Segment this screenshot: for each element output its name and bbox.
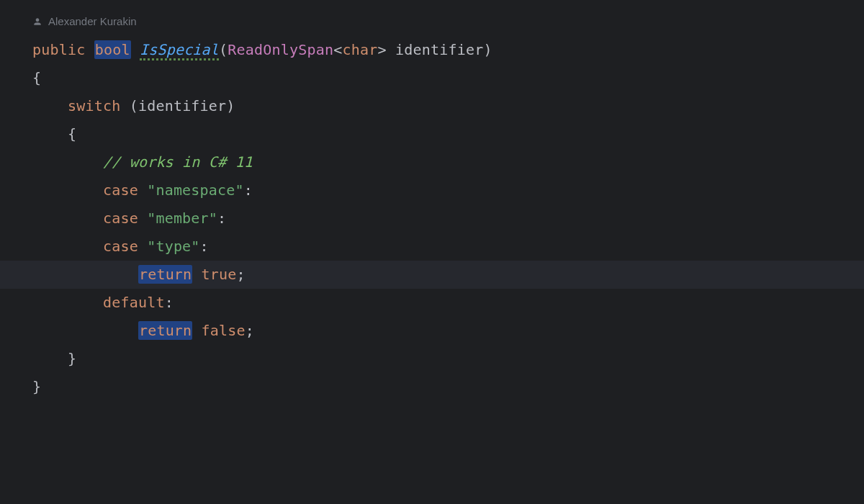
keyword-case: case — [103, 210, 138, 227]
type-name: ReadOnlySpan — [228, 41, 333, 58]
param-identifier: identifier — [395, 41, 483, 58]
keyword-case: case — [103, 238, 138, 255]
colon: : — [217, 210, 226, 227]
string-literal: "type" — [147, 238, 199, 255]
method-name: IsSpecial — [140, 41, 219, 60]
code-line: case "namespace": — [32, 176, 864, 204]
code-line: case "member": — [32, 204, 864, 233]
semicolon: ; — [246, 322, 254, 339]
keyword-bool: bool — [94, 40, 131, 59]
brace-close: } — [32, 378, 41, 395]
keyword-switch: switch — [68, 97, 120, 114]
code-line: return false; — [32, 317, 864, 345]
brace-open: { — [68, 125, 76, 143]
code-line: } — [32, 345, 864, 373]
keyword-return: return — [138, 321, 192, 340]
code-line: case "type": — [32, 233, 864, 261]
bool-literal: true — [202, 266, 237, 283]
bool-literal: false — [202, 322, 246, 339]
keyword-default: default — [103, 294, 165, 311]
colon: : — [165, 294, 174, 311]
brace-close: } — [68, 350, 76, 367]
code-line: { — [32, 120, 864, 148]
paren-open: ( — [219, 41, 228, 58]
paren-close: ) — [226, 97, 235, 114]
keyword-public: public — [32, 41, 85, 58]
paren-close: ) — [483, 41, 492, 58]
string-literal: "namespace" — [147, 181, 244, 199]
code-line: switch (identifier) — [32, 92, 864, 120]
code-line: // works in C# 11 — [32, 148, 864, 176]
angle-close: > — [377, 41, 386, 58]
keyword-char: char — [343, 41, 378, 58]
string-literal: "member" — [147, 210, 217, 227]
brace-open: { — [32, 69, 41, 86]
colon: : — [244, 181, 253, 199]
code-line: public bool IsSpecial(ReadOnlySpan<char>… — [32, 36, 864, 64]
code-lens-author[interactable]: Alexander Kurakin — [32, 14, 864, 29]
angle-open: < — [333, 41, 342, 58]
semicolon: ; — [237, 266, 246, 283]
comment: // works in C# 11 — [103, 153, 253, 171]
author-name: Alexander Kurakin — [48, 14, 137, 29]
colon: : — [200, 238, 209, 255]
keyword-case: case — [103, 181, 138, 199]
code-editor[interactable]: public bool IsSpecial(ReadOnlySpan<char>… — [32, 36, 864, 401]
code-line: { — [32, 64, 864, 92]
code-line: } — [32, 373, 864, 401]
code-line-highlighted: return true; — [0, 261, 864, 289]
keyword-return: return — [138, 265, 192, 284]
person-icon — [32, 17, 42, 27]
paren-open: ( — [130, 97, 138, 114]
switch-arg: identifier — [138, 97, 226, 114]
code-line: default: — [32, 289, 864, 317]
